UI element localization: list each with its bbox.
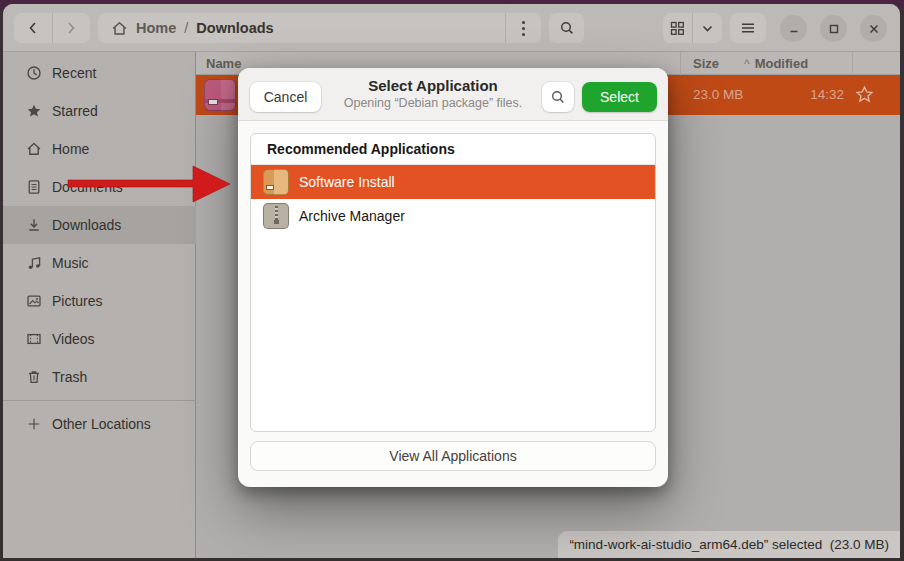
chevron-right-icon — [64, 21, 78, 35]
breadcrumb-current[interactable]: Downloads — [196, 20, 273, 36]
view-all-applications-button[interactable]: View All Applications — [250, 441, 656, 471]
picture-icon — [26, 293, 42, 309]
minimize-button[interactable] — [780, 15, 807, 42]
plus-icon — [26, 416, 42, 432]
view-toggle-group — [663, 13, 722, 43]
status-bar: “mind-work-ai-studio_arm64.deb” selected… — [557, 530, 900, 558]
maximize-icon — [828, 23, 840, 35]
sidebar-item-label: Trash — [52, 369, 87, 385]
sidebar-item-starred[interactable]: Starred — [3, 92, 196, 130]
select-button[interactable]: Select — [582, 82, 657, 112]
application-list: Recommended Applications Software Instal… — [250, 133, 656, 432]
sidebar-item-documents[interactable]: Documents — [3, 168, 196, 206]
software-install-icon — [263, 169, 289, 195]
maximize-button[interactable] — [820, 15, 847, 42]
dialog-subtitle: Opening “Debian package” files. — [333, 96, 533, 110]
star-icon — [26, 103, 42, 119]
music-note-icon — [26, 255, 42, 271]
sidebar-item-trash[interactable]: Trash — [3, 358, 196, 396]
home-icon — [26, 141, 42, 157]
column-header-name[interactable]: Name — [206, 56, 241, 71]
search-icon — [550, 89, 566, 105]
breadcrumb[interactable]: Home / Downloads — [98, 13, 541, 43]
hamburger-menu-button[interactable] — [730, 13, 766, 43]
file-modified-time: 14:32 — [810, 87, 844, 102]
sidebar-item-pictures[interactable]: Pictures — [3, 282, 196, 320]
cancel-button[interactable]: Cancel — [250, 82, 321, 112]
document-icon — [26, 179, 42, 195]
app-name: Software Install — [299, 174, 395, 190]
video-icon — [26, 331, 42, 347]
sidebar-item-music[interactable]: Music — [3, 244, 196, 282]
app-row-software-install[interactable]: Software Install — [251, 165, 655, 199]
sidebar-item-label: Videos — [52, 331, 95, 347]
kebab-icon — [522, 21, 525, 36]
close-icon — [868, 23, 880, 35]
sidebar-item-label: Documents — [52, 179, 123, 195]
sidebar-item-label: Starred — [52, 103, 98, 119]
hamburger-icon — [740, 21, 756, 35]
download-icon — [26, 217, 42, 233]
sidebar-item-label: Pictures — [52, 293, 103, 309]
sidebar: Recent Starred Home Documents Downloads … — [3, 52, 196, 558]
breadcrumb-root[interactable]: Home — [136, 20, 176, 36]
sidebar-item-label: Recent — [52, 65, 96, 81]
app-row-archive-manager[interactable]: Archive Manager — [251, 199, 655, 233]
sidebar-item-other-locations[interactable]: Other Locations — [3, 405, 196, 443]
column-header-modified[interactable]: ^Modified — [744, 56, 808, 71]
dialog-search-button[interactable] — [542, 82, 574, 112]
archive-manager-icon — [263, 203, 289, 229]
status-text: “mind-work-ai-studio_arm64.deb” selected… — [569, 537, 889, 552]
grid-view-button[interactable] — [663, 13, 692, 43]
search-button[interactable] — [549, 13, 584, 43]
select-application-dialog: Cancel Select Application Opening “Debia… — [238, 68, 668, 487]
sidebar-item-label: Music — [52, 255, 89, 271]
close-button[interactable] — [860, 15, 887, 42]
breadcrumb-separator: / — [184, 20, 188, 36]
home-icon — [111, 20, 128, 37]
nav-buttons — [14, 13, 90, 43]
dialog-title: Select Application — [333, 77, 533, 94]
app-name: Archive Manager — [299, 208, 405, 224]
clock-icon — [26, 65, 42, 81]
star-outline-icon[interactable] — [855, 85, 874, 104]
column-header-size[interactable]: Size — [693, 56, 719, 71]
sidebar-item-downloads[interactable]: Downloads — [3, 206, 196, 244]
sidebar-item-recent[interactable]: Recent — [3, 54, 196, 92]
sidebar-item-videos[interactable]: Videos — [3, 320, 196, 358]
dialog-header: Cancel Select Application Opening “Debia… — [238, 68, 668, 121]
sidebar-item-label: Other Locations — [52, 416, 151, 432]
file-size: 23.0 MB — [693, 87, 743, 102]
sidebar-separator — [3, 400, 196, 401]
location-menu-button[interactable] — [506, 13, 541, 43]
view-options-button[interactable] — [693, 13, 722, 43]
deb-package-icon — [204, 79, 236, 111]
minimize-icon — [788, 23, 800, 35]
chevron-left-icon — [26, 21, 40, 35]
sort-caret-icon: ^ — [744, 57, 750, 71]
forward-button[interactable] — [53, 13, 91, 43]
search-icon — [559, 20, 575, 36]
chevron-down-icon — [701, 22, 714, 35]
grid-view-icon — [670, 21, 685, 36]
recommended-applications-header: Recommended Applications — [251, 134, 655, 165]
titlebar[interactable]: Home / Downloads — [3, 4, 900, 52]
files-window: Home / Downloads — [3, 4, 900, 558]
sidebar-item-label: Home — [52, 141, 89, 157]
trash-icon — [26, 369, 42, 385]
sidebar-item-label: Downloads — [52, 217, 121, 233]
sidebar-item-home[interactable]: Home — [3, 130, 196, 168]
back-button[interactable] — [14, 13, 52, 43]
